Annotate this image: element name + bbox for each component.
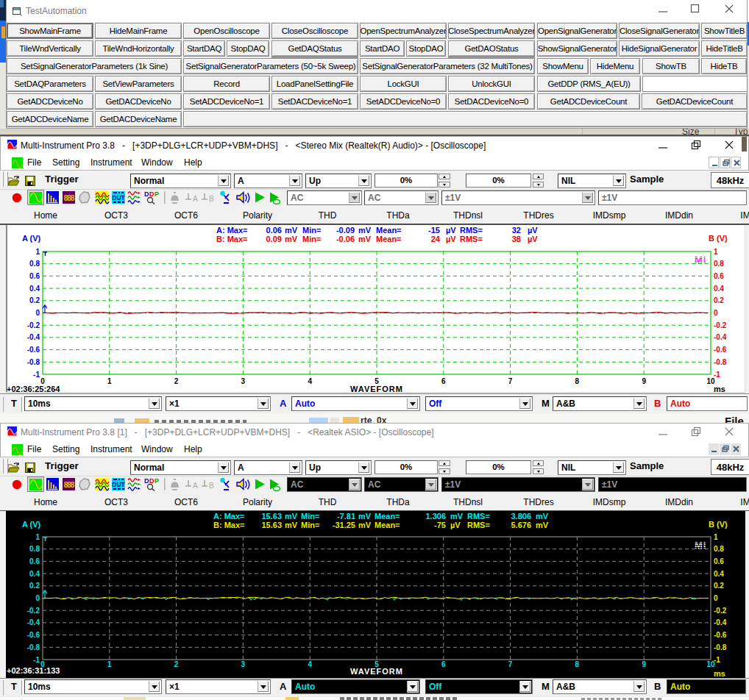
svg-text:Mi: Mi [695,254,706,265]
svg-text:D: D [149,190,155,198]
svg-text:DUT: DUT [112,481,125,488]
svg-text:10: 10 [706,660,715,668]
svg-text:Mi: Mi [695,540,706,551]
svg-text:-0.6: -0.6 [714,346,727,354]
svg-text:0.2: 0.2 [714,296,724,304]
svg-text:6: 6 [441,377,446,385]
svg-text:ms: ms [714,385,725,393]
svg-text:-0.6: -0.6 [27,346,40,354]
svg-text:8: 8 [575,377,580,385]
svg-text:-0.4: -0.4 [714,618,727,626]
svg-text:-0.8: -0.8 [714,358,727,366]
svg-text:-1: -1 [33,656,40,664]
svg-text:0: 0 [35,309,40,317]
svg-text:0.4: 0.4 [714,570,724,578]
svg-text:A: A [193,195,198,203]
svg-text:0.2: 0.2 [29,296,40,304]
svg-text:0.2: 0.2 [714,582,724,590]
svg-text:0.2: 0.2 [29,582,40,590]
svg-text:-0.4: -0.4 [27,333,40,341]
svg-text:2: 2 [174,660,179,668]
svg-text:0.8: 0.8 [29,260,40,268]
svg-text:0.8: 0.8 [714,545,724,553]
svg-text:0.8: 0.8 [714,260,724,268]
svg-text:-0.8: -0.8 [27,358,40,366]
svg-text:3: 3 [241,660,246,668]
svg-text:1: 1 [107,660,112,668]
svg-text:-0.8: -0.8 [714,643,727,651]
svg-text:WAVEFORM: WAVEFORM [350,667,403,676]
svg-text:9: 9 [642,660,646,668]
svg-text:DUT: DUT [112,194,125,201]
svg-text:WAVEFORM: WAVEFORM [350,385,403,393]
svg-text:-1: -1 [33,371,40,379]
svg-text:1: 1 [35,248,40,256]
svg-text:D: D [144,190,149,198]
svg-text:0: 0 [714,594,718,602]
svg-text:-0.4: -0.4 [714,333,727,341]
svg-text:B: B [209,195,214,203]
svg-text:2: 2 [174,377,179,385]
svg-text:ms: ms [714,669,725,678]
svg-text:6: 6 [441,660,446,668]
svg-text:7: 7 [508,660,513,668]
svg-text:1: 1 [714,533,718,541]
svg-text:3: 3 [241,377,246,385]
svg-text:-0.6: -0.6 [27,631,40,639]
svg-text:D: D [144,477,149,485]
svg-text:-0.6: -0.6 [714,631,727,639]
svg-text:888: 888 [64,481,75,489]
svg-text:0.6: 0.6 [29,272,40,280]
svg-text:8: 8 [575,660,580,668]
svg-text:0.6: 0.6 [29,557,40,565]
svg-text:0.4: 0.4 [29,570,40,578]
svg-text:1: 1 [35,533,40,541]
svg-text:7: 7 [508,377,513,385]
svg-text:P: P [155,190,159,198]
svg-text:1: 1 [714,248,718,256]
svg-text:888: 888 [64,194,75,202]
svg-text:1: 1 [107,377,112,385]
svg-text:0.8: 0.8 [29,545,40,553]
svg-text:D: D [149,477,155,485]
svg-text:9: 9 [642,377,646,385]
svg-text:B: B [209,482,214,490]
svg-text:0: 0 [35,594,40,602]
svg-text:4: 4 [308,660,312,668]
svg-text:0.6: 0.6 [714,557,724,565]
svg-text:0.4: 0.4 [714,285,724,293]
svg-text:-0.2: -0.2 [27,607,40,615]
svg-text:P: P [155,477,159,485]
svg-text:+02:36:25:264: +02:36:25:264 [7,385,60,393]
svg-text:0.4: 0.4 [29,285,40,293]
svg-text:-0.2: -0.2 [27,321,40,329]
svg-text:-0.2: -0.2 [714,321,727,329]
svg-text:-0.4: -0.4 [27,618,40,626]
svg-text:-0.8: -0.8 [27,643,40,651]
svg-text:A: A [193,482,198,490]
svg-text:0.6: 0.6 [714,272,724,280]
svg-text:0: 0 [714,309,718,317]
svg-text:4: 4 [308,377,312,385]
svg-text:+02:36:31:133: +02:36:31:133 [7,666,60,675]
svg-text:-0.2: -0.2 [714,607,727,615]
